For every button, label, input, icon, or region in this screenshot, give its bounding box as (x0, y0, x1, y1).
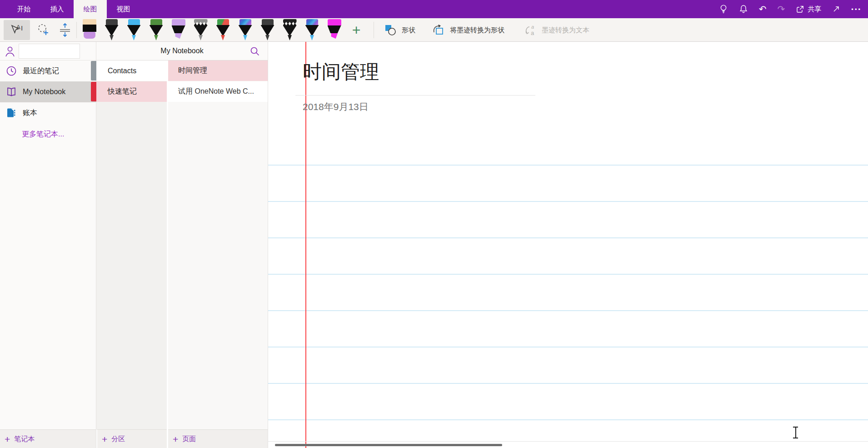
svg-text:A: A (16, 24, 20, 30)
svg-text:a: a (531, 24, 534, 30)
titlebar-actions: ↶ ↷ 共享 ••• (719, 0, 862, 18)
lasso-icon (36, 23, 50, 37)
notebook-title: My Notebook (160, 47, 203, 55)
search-input[interactable] (19, 44, 80, 59)
tips-lightbulb-icon[interactable] (719, 4, 728, 14)
ruled-line (268, 310, 868, 311)
page-item-time-management[interactable]: 时间管理 (168, 60, 268, 81)
share-icon (796, 5, 804, 14)
page-list: 时间管理 试用 OneNote Web C... + 页面 (167, 60, 268, 448)
shapes-label: 形状 (402, 26, 415, 35)
select-tool-button[interactable]: A I (4, 20, 30, 40)
eraser-tool[interactable] (78, 18, 100, 42)
pen-green[interactable] (145, 18, 167, 42)
plus-icon: + (173, 434, 178, 444)
draw-ribbon: A I + 形状 (0, 18, 868, 42)
plus-icon: + (5, 434, 10, 444)
add-pen-plus-icon: + (352, 23, 361, 37)
ribbon-tabs: 开始 插入 绘图 视图 (7, 0, 140, 18)
pen-black[interactable] (100, 18, 123, 42)
ink-to-shape-icon (432, 23, 445, 37)
tab-insert[interactable]: 插入 (40, 0, 74, 18)
page-title[interactable]: 时间管理 (303, 60, 379, 84)
tab-draw[interactable]: 绘图 (74, 0, 107, 18)
shapes-button[interactable]: 形状 (378, 20, 421, 40)
share-button[interactable]: 共享 (796, 5, 821, 14)
new-page-button[interactable]: + 页面 (168, 429, 268, 448)
redo-icon[interactable]: ↷ (778, 5, 785, 14)
new-page-label: 页面 (182, 435, 196, 443)
add-pen-button[interactable]: + (346, 20, 366, 40)
ruled-line (268, 201, 868, 202)
notifications-bell-icon[interactable] (739, 4, 748, 14)
tab-home[interactable]: 开始 (7, 0, 40, 18)
titlebar: 开始 插入 绘图 视图 ↶ ↷ 共享 ••• (0, 0, 868, 18)
open-book-icon (5, 86, 17, 98)
ruled-line (268, 237, 868, 238)
pen-gallery (78, 18, 345, 42)
ink-to-shape-button[interactable]: 将墨迹转换为形状 (426, 20, 510, 40)
more-notebooks-link[interactable]: 更多笔记本... (0, 130, 96, 139)
sidebar-item-my-notebook[interactable]: My Notebook (0, 81, 96, 102)
pen-darkgray[interactable] (256, 18, 279, 42)
section-item-contacts[interactable]: Contacts (96, 60, 167, 81)
sidebar-item-ledger-notebook[interactable]: 账本 (0, 102, 96, 123)
title-underline (295, 95, 535, 96)
canvas-bottom-line (268, 441, 868, 442)
lasso-select-button[interactable] (33, 20, 54, 40)
ink-to-text-icon: a a (524, 23, 537, 37)
svg-text:I: I (21, 24, 23, 32)
ruled-line (268, 274, 868, 275)
new-section-button[interactable]: + 分区 (96, 429, 167, 448)
pen-galaxy[interactable] (234, 18, 256, 42)
section-item-quick-notes[interactable]: 快速笔记 (96, 81, 167, 102)
user-account-icon[interactable] (4, 45, 16, 57)
ink-to-shape-label: 将墨迹转换为形状 (450, 26, 504, 35)
insert-space-button[interactable] (55, 20, 75, 40)
pen-galaxy-2[interactable] (301, 18, 323, 42)
highlighter-magenta[interactable] (323, 18, 345, 42)
page-label: 时间管理 (178, 66, 207, 76)
new-notebook-label: 笔记本 (14, 435, 35, 443)
section-label: 快速笔记 (108, 87, 137, 96)
main-area: 最近的笔记 My Notebook 账本 更多笔记本... (0, 42, 868, 448)
sidebar-search-row (0, 42, 96, 60)
ink-to-text-button: a a 墨迹转换为文本 (518, 20, 595, 40)
insert-space-icon (58, 22, 72, 38)
page-item-web-clipper[interactable]: 试用 OneNote Web C... (168, 81, 268, 102)
pencil-gray[interactable] (190, 18, 212, 42)
search-icon[interactable] (249, 46, 260, 57)
section-color-tab (91, 82, 96, 101)
text-cursor (793, 427, 798, 438)
new-notebook-button[interactable]: + 笔记本 (0, 429, 96, 448)
plus-icon: + (102, 434, 107, 444)
page-canvas[interactable]: 时间管理 2018年9月13日 (268, 42, 868, 448)
fullscreen-icon[interactable] (832, 5, 840, 13)
section-list: Contacts 快速笔记 + 分区 (96, 60, 167, 448)
sidebar-item-recent-notes[interactable]: 最近的笔记 (0, 60, 96, 81)
page-date: 2018年9月13日 (303, 101, 369, 113)
ruled-line (268, 419, 868, 420)
more-options-icon[interactable]: ••• (851, 6, 862, 13)
clock-icon (5, 65, 17, 77)
ruled-line (268, 347, 868, 347)
pencil-black[interactable] (279, 18, 301, 42)
ruled-line (268, 165, 868, 166)
sidebar-item-label: 最近的笔记 (23, 66, 59, 76)
notebook-panel: My Notebook Contacts 快速笔记 (96, 42, 268, 448)
share-label: 共享 (808, 5, 821, 14)
highlighter-lavender[interactable] (167, 18, 190, 42)
svg-text:a: a (531, 30, 534, 36)
new-section-label: 分区 (111, 435, 125, 443)
pen-blue[interactable] (123, 18, 145, 42)
undo-icon[interactable]: ↶ (759, 5, 767, 14)
horizontal-scrollbar[interactable] (275, 444, 502, 446)
ink-to-text-label: 墨迹转换为文本 (542, 26, 589, 35)
blue-notebook-icon (5, 107, 17, 119)
pen-rainbow[interactable] (212, 18, 234, 42)
section-label: Contacts (108, 67, 136, 75)
section-color-tab (91, 61, 96, 81)
tab-view[interactable]: 视图 (107, 0, 140, 18)
sidebar-item-label: 账本 (23, 108, 37, 118)
sidebar-item-label: My Notebook (23, 88, 65, 96)
